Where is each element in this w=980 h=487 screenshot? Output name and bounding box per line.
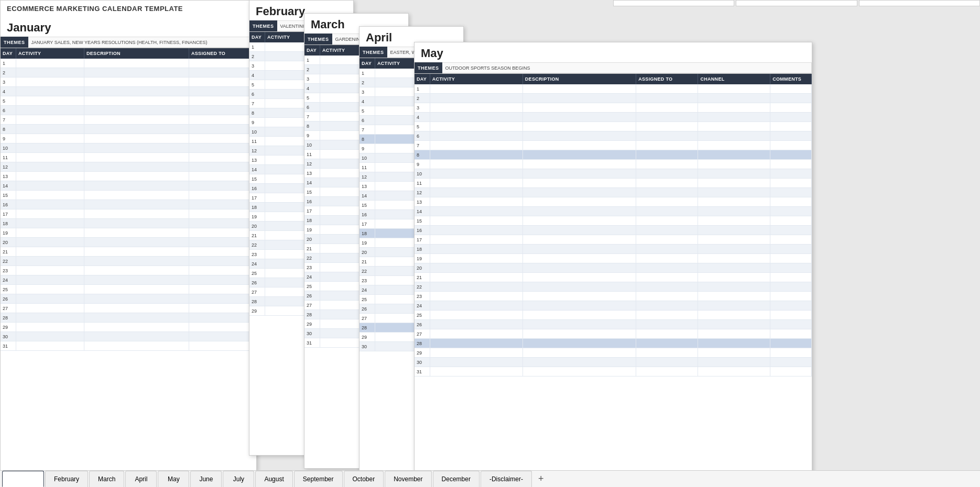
tab-october[interactable]: October <box>344 471 384 487</box>
table-row: 30 <box>1 332 256 341</box>
table-row: 21 <box>415 273 812 282</box>
january-table-header: DAY ACTIVITY DESCRIPTION ASSIGNED TO <box>1 48 256 59</box>
jan-col-day: DAY <box>1 48 16 59</box>
table-row: 23 <box>415 292 812 301</box>
table-row: 17 <box>415 235 812 245</box>
table-row: 5 <box>415 122 812 131</box>
themes-label-mar: THEMES <box>304 34 332 45</box>
table-row: 27 <box>1 304 256 313</box>
may-table-header: DAY ACTIVITY DESCRIPTION ASSIGNED TO CHA… <box>415 74 812 84</box>
table-row: 18 <box>1 219 256 228</box>
themes-content-jan: JANUARY SALES, NEW YEARS RESOLUTIONS (HE… <box>28 37 256 48</box>
table-row: 14 <box>415 207 812 216</box>
may-col-comments: COMMENTS <box>770 74 812 84</box>
tab-november[interactable]: November <box>385 471 431 487</box>
table-row: 15 <box>1 191 256 200</box>
table-row: 25 <box>415 311 812 320</box>
table-row: 23 <box>1 266 256 275</box>
january-title: January <box>1 17 256 37</box>
table-row: 29 <box>415 348 812 358</box>
table-row: 13 <box>415 197 812 207</box>
themes-label-jan: THEMES <box>1 37 28 48</box>
table-row: 15 <box>415 216 812 226</box>
table-row: 20 <box>415 263 812 273</box>
table-row: 21 <box>1 247 256 257</box>
table-row: 16 <box>1 200 256 209</box>
tab-december[interactable]: December <box>433 471 480 487</box>
table-row: 22 <box>1 257 256 266</box>
table-row: 4 <box>1 87 256 96</box>
table-row: 8 <box>415 150 812 160</box>
tabs-bar: January February March April May June Ju… <box>0 470 980 487</box>
jan-col-description: DESCRIPTION <box>84 48 189 59</box>
table-row: 1 <box>415 84 812 94</box>
themes-label-may: THEMES <box>415 62 442 73</box>
table-row: 29 <box>1 323 256 332</box>
tab-august[interactable]: August <box>255 471 292 487</box>
table-row: 7 <box>415 141 812 150</box>
table-row: 16 <box>415 226 812 235</box>
sheet-may: May THEMES OUTDOOR SPORTS SEASON BEGINS … <box>414 42 812 487</box>
main-title: ECOMMERCE MARKETING CALENDAR TEMPLATE <box>1 1 256 17</box>
may-themes-row: THEMES OUTDOOR SPORTS SEASON BEGINS <box>415 62 812 74</box>
tab-july[interactable]: July <box>223 471 254 487</box>
table-row: 11 <box>1 153 256 162</box>
table-row: 13 <box>1 172 256 181</box>
table-row: 17 <box>1 209 256 219</box>
tab-march[interactable]: March <box>89 471 124 487</box>
jan-col-assigned: ASSIGNED TO <box>189 48 252 59</box>
tab-may[interactable]: May <box>158 471 189 487</box>
table-row: 1 <box>1 59 256 68</box>
workspace: ECOMMERCE MARKETING CALENDAR TEMPLATE Ja… <box>0 0 980 487</box>
table-row: 9 <box>1 134 256 143</box>
tab-september[interactable]: September <box>294 471 343 487</box>
table-row: 14 <box>1 181 256 191</box>
themes-content-may: OUTDOOR SPORTS SEASON BEGINS <box>442 62 812 73</box>
table-row: 22 <box>415 282 812 292</box>
may-col-channel: CHANNEL <box>698 74 770 84</box>
may-table-body: 1 2 3 4 5 6 7 8 9 10 11 12 13 14 15 16 1… <box>415 84 812 377</box>
table-row: 30 <box>415 358 812 367</box>
table-row: 26 <box>415 320 812 329</box>
table-row: 7 <box>1 115 256 125</box>
table-row: 9 <box>415 160 812 169</box>
tab-add-button[interactable]: + <box>533 471 549 487</box>
may-title: May <box>415 42 812 62</box>
table-row: 11 <box>415 179 812 188</box>
tab-april[interactable]: April <box>125 471 157 487</box>
table-row: 12 <box>1 162 256 172</box>
themes-label-feb: THEMES <box>249 20 277 31</box>
table-row: 3 <box>415 103 812 113</box>
may-col-description: DESCRIPTION <box>523 74 636 84</box>
tab-june[interactable]: June <box>190 471 222 487</box>
table-row: 8 <box>1 125 256 134</box>
table-row: 31 <box>1 341 256 351</box>
table-row: 6 <box>1 106 256 115</box>
table-row: 6 <box>415 131 812 141</box>
apr-col-day: DAY <box>360 58 375 69</box>
table-row: 12 <box>415 188 812 197</box>
table-row: 4 <box>415 113 812 122</box>
tab-disclaimer[interactable]: -Disclaimer- <box>481 471 532 487</box>
table-row: 3 <box>1 78 256 87</box>
table-row: 2 <box>1 68 256 78</box>
table-row: 5 <box>1 96 256 106</box>
tab-january[interactable]: January <box>2 471 44 487</box>
sheet-january: ECOMMERCE MARKETING CALENDAR TEMPLATE Ja… <box>0 0 257 471</box>
table-row: 20 <box>1 238 256 247</box>
table-row: 19 <box>1 228 256 238</box>
table-row: 25 <box>1 285 256 294</box>
table-row: 10 <box>1 143 256 153</box>
may-col-assigned: ASSIGNED TO <box>636 74 698 84</box>
table-row: 31 <box>415 367 812 377</box>
tab-february[interactable]: February <box>45 471 88 487</box>
table-row: 24 <box>415 301 812 311</box>
themes-label-apr: THEMES <box>360 47 387 58</box>
january-themes-row: THEMES JANUARY SALES, NEW YEARS RESOLUTI… <box>1 37 256 48</box>
table-row: 24 <box>1 275 256 285</box>
table-row: 27 <box>415 329 812 339</box>
jan-col-activity: ACTIVITY <box>16 48 84 59</box>
table-row: 2 <box>415 94 812 103</box>
table-row: 28 <box>415 339 812 348</box>
may-col-activity: ACTIVITY <box>430 74 523 84</box>
